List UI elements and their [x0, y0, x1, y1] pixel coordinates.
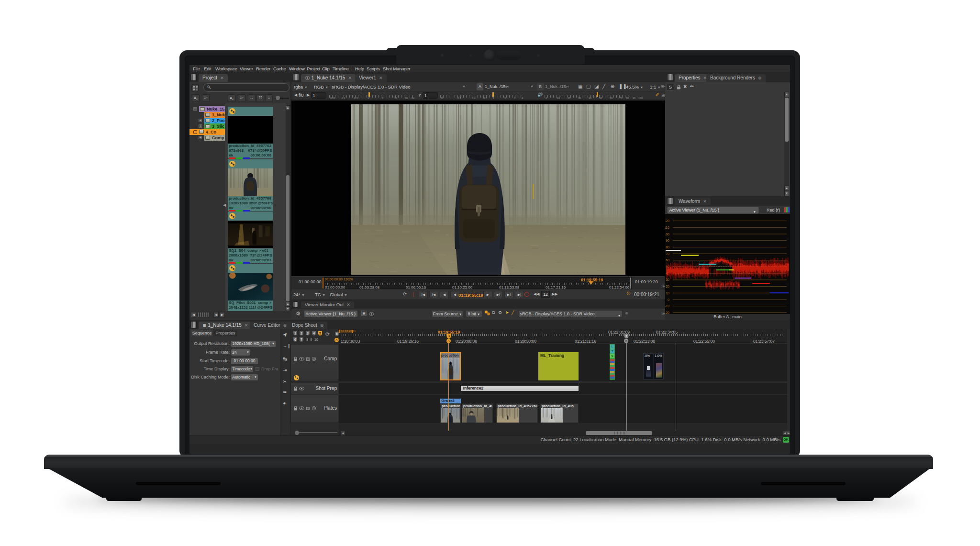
svg-text:10: 10 [666, 291, 669, 295]
svg-text:30: 30 [666, 278, 669, 281]
svg-text:120: 120 [665, 219, 669, 223]
svg-text:100: 100 [665, 233, 669, 236]
svg-text:80: 80 [666, 245, 669, 249]
svg-text:90: 90 [666, 239, 669, 242]
svg-text:60: 60 [666, 258, 669, 262]
svg-text:-10: -10 [665, 304, 669, 308]
svg-text:70: 70 [666, 252, 669, 256]
svg-text:110: 110 [665, 226, 669, 229]
svg-text:20: 20 [666, 285, 669, 288]
svg-text:0: 0 [668, 298, 669, 301]
